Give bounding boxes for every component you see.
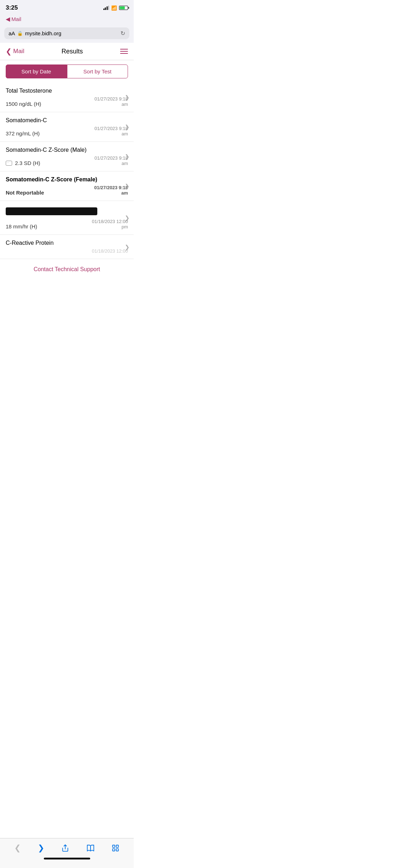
result-date: 01/18/2023 12:00pm (92, 219, 128, 229)
mail-back-label: Mail (11, 16, 21, 22)
chevron-right-icon: ❯ (125, 124, 129, 130)
chevron-right-icon: ❯ (125, 183, 129, 190)
sort-buttons-container: Sort by Date Sort by Test (0, 60, 134, 83)
result-name: C-Reactive Protein (6, 240, 128, 246)
result-item[interactable]: Somatomedin-C Z-Score (Female) Not Repor… (0, 171, 134, 201)
result-value: ··· 2.3 SD (H) (6, 160, 40, 166)
sort-by-date-button[interactable]: Sort by Date (6, 64, 67, 78)
result-value: 18 mm/hr (H) (6, 223, 37, 229)
result-value: 372 ng/mL (H) (6, 130, 40, 136)
result-value: Not Reportable (6, 190, 44, 196)
result-name: Total Testosterone (6, 88, 128, 94)
chevron-right-icon: ❯ (125, 94, 129, 101)
result-item[interactable]: Somatomedin-C 372 ng/mL (H) 01/27/2023 9… (0, 112, 134, 142)
result-date: 01/27/2023 9:18am (94, 185, 128, 196)
result-row: ··· 2.3 SD (H) 01/27/2023 9:18am (6, 155, 128, 166)
chevron-right-icon: ❯ (125, 215, 129, 221)
lock-icon: 🔒 (17, 31, 23, 36)
result-row: Not Reportable 01/27/2023 9:18am (6, 185, 128, 196)
page-header: ❮ Mail Results (0, 43, 134, 60)
battery-icon (119, 6, 128, 10)
result-value: 1500 ng/dL (H) (6, 101, 41, 107)
contact-support-link[interactable]: Contact Technical Support (34, 266, 100, 272)
result-item[interactable]: Somatomedin-C Z-Score (Male) ··· 2.3 SD … (0, 142, 134, 171)
result-item[interactable]: Total Testosterone 1500 ng/dL (H) 01/27/… (0, 83, 134, 112)
result-name: Somatomedin-C (6, 117, 128, 124)
back-button[interactable]: ❮ Mail (6, 47, 24, 56)
address-bar-inner[interactable]: aA 🔒 mysite.bidh.org ↻ (4, 27, 129, 39)
result-row: 1500 ng/dL (H) 01/27/2023 9:18am (6, 96, 128, 107)
url-text: mysite.bidh.org (25, 30, 61, 36)
address-left: aA 🔒 mysite.bidh.org (9, 30, 61, 36)
result-name: Somatomedin-C Z-Score (Male) (6, 147, 128, 153)
contact-support-section: Contact Technical Support (0, 259, 134, 280)
result-name: Somatomedin-C Z-Score (Female) (6, 176, 128, 183)
result-date: 01/27/2023 9:18am (94, 126, 128, 136)
result-item[interactable]: Erythrocyte Sedimentation Rate 18 mm/hr … (0, 201, 134, 235)
back-label: Mail (13, 48, 24, 55)
back-chevron-icon: ❮ (6, 47, 12, 56)
result-date: 01/27/2023 9:18am (94, 96, 128, 107)
mail-back-button[interactable]: ◀ Mail (6, 16, 21, 22)
result-row: 372 ng/mL (H) 01/27/2023 9:18am (6, 126, 128, 136)
status-bar: 3:25 📶 (0, 0, 134, 14)
mail-back-nav: ◀ Mail (0, 14, 134, 25)
redacted-bar (6, 207, 97, 215)
sort-by-test-button[interactable]: Sort by Test (67, 64, 128, 78)
hamburger-menu-button[interactable] (120, 49, 128, 54)
refresh-icon[interactable]: ↻ (120, 30, 125, 37)
status-icons: 📶 (103, 5, 128, 11)
address-bar: aA 🔒 mysite.bidh.org ↻ (0, 25, 134, 43)
result-date: 01/27/2023 9:18am (94, 155, 128, 166)
signal-icon (103, 6, 109, 10)
result-row: 18 mm/hr (H) 01/18/2023 12:00pm (6, 219, 128, 229)
result-date: 01/18/2023 12:00 (92, 248, 128, 254)
page-title: Results (62, 48, 83, 55)
chevron-left-icon: ◀ (6, 16, 10, 22)
aa-button[interactable]: aA (9, 30, 15, 36)
chevron-right-icon: ❯ (125, 153, 129, 160)
wifi-icon: 📶 (111, 5, 117, 11)
result-row: 01/18/2023 12:00 (6, 248, 128, 254)
chevron-right-icon: ❯ (125, 243, 129, 250)
results-list: Total Testosterone 1500 ng/dL (H) 01/27/… (0, 83, 134, 259)
result-item[interactable]: C-Reactive Protein 01/18/2023 12:00 ❯ (0, 235, 134, 259)
status-time: 3:25 (6, 4, 18, 11)
